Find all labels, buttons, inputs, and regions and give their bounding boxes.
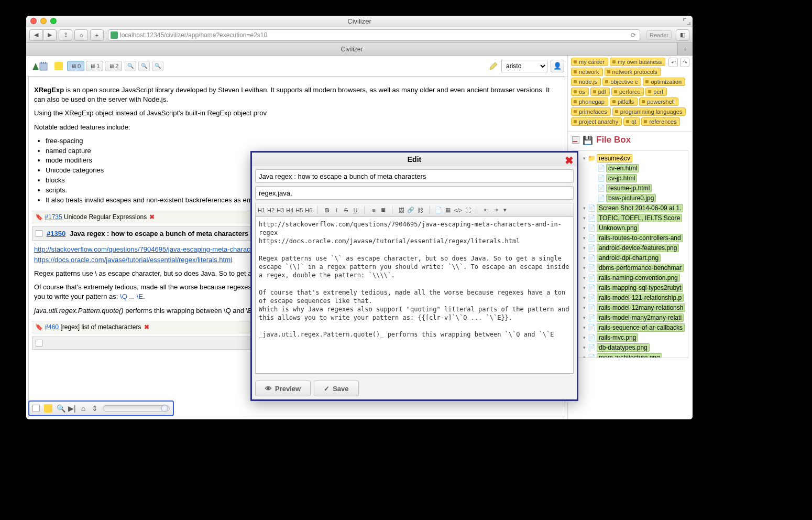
tag[interactable]: qt (623, 117, 640, 126)
bb-next-icon[interactable]: ▶| (68, 404, 75, 413)
file-tree-item[interactable]: 📄bsw-picture0.jpg (573, 193, 688, 203)
edit-tags-input[interactable] (255, 186, 574, 200)
favorite-icon[interactable] (54, 62, 63, 70)
file-tree-item[interactable]: ▾📄rails-model-121-relationship.p (573, 292, 688, 302)
file-tree-item[interactable]: ▾📄dbms-performance-benchmar (573, 263, 688, 273)
window-close-button[interactable] (30, 18, 37, 24)
browser-tab[interactable]: Civilizer (26, 43, 678, 55)
search-icon-2[interactable]: 🔍 (138, 61, 150, 71)
edit-body-textarea[interactable] (255, 216, 574, 374)
bb-checkbox[interactable] (32, 405, 40, 412)
italic-button[interactable]: I (333, 207, 340, 213)
expand-button[interactable]: ⛶ (464, 207, 471, 213)
bb-search-icon[interactable]: 🔍 (57, 404, 64, 413)
panel-button-2[interactable]: 🖥2 (105, 61, 122, 71)
file-tree-item[interactable]: ▾📄Unknown.png (573, 223, 688, 233)
tag[interactable]: node.js (571, 78, 601, 86)
file-tree-item[interactable]: 📄cv-en.html (573, 163, 688, 173)
stackoverflow-link[interactable]: http://stackoverflow.com/questions/79046… (34, 245, 264, 253)
filebox-collapse-icon[interactable]: − (572, 136, 579, 144)
file-tree-item[interactable]: ▾📄rails-mvc.png (573, 332, 688, 342)
heading-h4-button[interactable]: H4 (286, 207, 293, 213)
oracle-link[interactable]: https://docs.oracle.com/javase/tutorial/… (34, 256, 232, 264)
bookmarks-button[interactable]: ⇪ (59, 29, 72, 41)
file-tree-item[interactable]: ▾📄db-datatypes.png (573, 342, 688, 352)
tag[interactable]: project anarchy (571, 117, 622, 126)
heading-h1-button[interactable]: H1 (258, 207, 265, 213)
tag[interactable]: programming languages (612, 107, 686, 116)
tag[interactable]: perforce (611, 88, 644, 96)
user-icon[interactable]: 👤 (551, 60, 564, 72)
ul-button[interactable]: ≡ (370, 207, 377, 213)
search-icon-3[interactable]: 🔍 (152, 61, 163, 71)
window-zoom-button[interactable] (50, 18, 57, 24)
ol-button[interactable]: ≣ (379, 207, 387, 213)
bb-home-icon[interactable]: ⌂ (80, 404, 87, 413)
file-tree-item[interactable]: ▾📁resume&cv (573, 153, 688, 163)
panel-button-1[interactable]: 🖥1 (86, 61, 103, 71)
file-tree-item[interactable]: ▾📄rails-model-many2many-relati (573, 312, 688, 322)
file-tree-item[interactable]: ▾📄android-device-features.png (573, 243, 688, 253)
tag[interactable]: my career (571, 58, 608, 66)
tag[interactable]: primefaces (571, 107, 611, 116)
outdent-button[interactable]: ⇤ (482, 207, 490, 213)
tag[interactable]: references (641, 117, 680, 126)
tags-next-button[interactable]: ↷ (680, 58, 689, 67)
tag[interactable]: network protocols (605, 68, 661, 76)
url-input[interactable] (120, 31, 629, 39)
file-tree-item[interactable]: ▾📄rails-mapping-sql-types2rubyt (573, 283, 688, 292)
image-button[interactable]: 🖼 (398, 207, 405, 213)
note-checkbox-2[interactable] (36, 340, 42, 346)
ref-link-460[interactable]: #460 (45, 323, 59, 331)
file-button[interactable]: 📄 (435, 207, 442, 213)
file-tree-item[interactable]: 📄resume-jp.html (573, 183, 688, 193)
ref-link-1735[interactable]: #1735 (45, 213, 62, 221)
bold-button[interactable]: B (323, 207, 331, 213)
forward-button[interactable]: ▶ (43, 29, 57, 41)
tag[interactable]: objective c (602, 78, 641, 86)
file-tree-item[interactable]: ▾📄rails-naming-convention.png (573, 273, 688, 283)
bb-sort-icon[interactable]: ⇕ (91, 404, 98, 413)
tags-prev-button[interactable]: ↶ (668, 58, 678, 67)
address-bar[interactable]: ⟳ (108, 29, 640, 41)
tag[interactable]: pitfalls (610, 98, 638, 106)
underline-button[interactable]: U (352, 207, 359, 213)
tag[interactable]: powershell (639, 98, 678, 106)
heading-h6-button[interactable]: H6 (305, 207, 312, 213)
edit-dialog-header[interactable]: Edit ✖ (252, 153, 577, 166)
window-minimize-button[interactable] (40, 18, 47, 24)
close-icon[interactable]: ✖ (565, 154, 574, 167)
filebox-save-icon[interactable]: 💾 (583, 135, 593, 145)
downloads-button[interactable]: ◧ (676, 29, 689, 41)
table-button[interactable]: ▦ (444, 207, 452, 213)
tag[interactable]: network (571, 68, 603, 76)
heading-h5-button[interactable]: H5 (295, 207, 303, 213)
unlink-button[interactable]: ⛓ (416, 207, 424, 213)
new-tab-button[interactable]: + (678, 45, 693, 53)
window-fullscreen-icon[interactable] (683, 18, 690, 25)
file-tree-item[interactable]: 📄cv-jp.html (573, 173, 688, 183)
reload-button[interactable]: ⟳ (629, 31, 638, 39)
panel-button-0[interactable]: 🖥0 (67, 61, 84, 71)
edit-title-input[interactable] (255, 169, 574, 183)
back-button[interactable]: ◀ (29, 29, 43, 41)
file-tree-item[interactable]: ▾📄TOEIC, TOEFL, IELTS Score (573, 213, 688, 223)
user-select[interactable]: aristo (501, 60, 547, 72)
search-icon[interactable]: 🔍 (125, 61, 136, 71)
note-link-1350[interactable]: #1350 (47, 230, 65, 237)
more-button[interactable]: ▾ (501, 207, 509, 213)
file-tree-item[interactable]: ▾📄rails-sequence-of-ar-callbacks (573, 322, 688, 332)
remove-ref-icon[interactable]: ✖ (149, 213, 155, 221)
bb-star-icon[interactable] (44, 404, 52, 413)
save-button[interactable]: ✓Save (314, 381, 358, 396)
bb-slider[interactable] (103, 405, 170, 411)
home-button[interactable]: ⌂ (74, 29, 88, 41)
tag[interactable]: os (571, 88, 589, 96)
strike-button[interactable]: S (342, 207, 349, 213)
add-button[interactable]: + (90, 29, 104, 41)
file-tree-item[interactable]: ▾📄Screen Shot 2014-06-09 at 1. (573, 203, 688, 213)
link-button[interactable]: 🔗 (407, 207, 414, 213)
code-button[interactable]: </> (454, 207, 462, 213)
heading-h2-button[interactable]: H2 (267, 207, 275, 213)
indent-button[interactable]: ⇥ (492, 207, 499, 213)
